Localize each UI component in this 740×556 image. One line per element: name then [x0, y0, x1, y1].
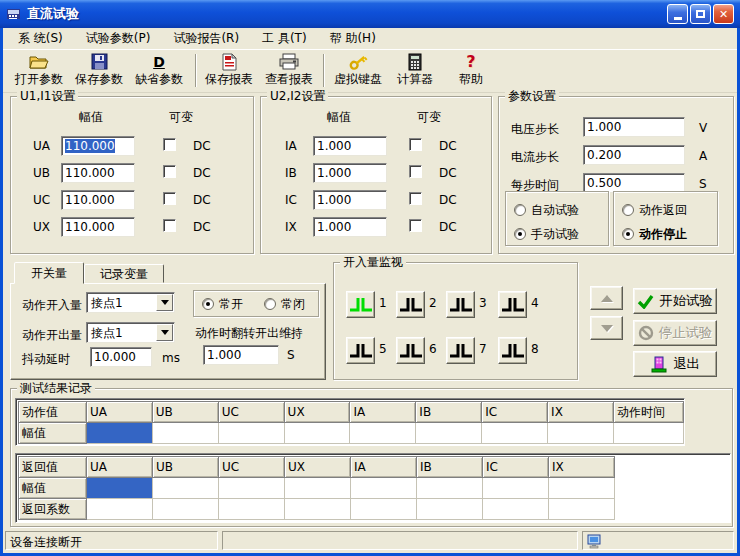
cell[interactable]: [351, 499, 417, 520]
action-return-radio[interactable]: 动作返回: [622, 202, 687, 219]
save-report-button[interactable]: 保存报表: [199, 52, 259, 91]
calculator-button[interactable]: 计算器: [387, 52, 443, 91]
help-button[interactable]: ? 帮助: [447, 52, 495, 91]
col-header[interactable]: IX: [549, 457, 615, 478]
uc-dc-checkbox[interactable]: [163, 192, 176, 205]
ix-dc-checkbox[interactable]: [409, 219, 422, 232]
ic-dc-checkbox[interactable]: [409, 192, 422, 205]
col-header[interactable]: UC: [219, 457, 285, 478]
cell[interactable]: [351, 478, 417, 499]
col-header[interactable]: UA: [86, 402, 152, 423]
contact-button-5[interactable]: [346, 337, 375, 364]
cell[interactable]: [416, 423, 482, 444]
view-report-button[interactable]: 查看报表: [259, 52, 319, 91]
voltage-step-input[interactable]: [583, 117, 685, 137]
close-button[interactable]: ✕: [713, 4, 734, 24]
cell-selected[interactable]: [87, 478, 153, 499]
auto-test-radio[interactable]: 自动试验: [514, 202, 579, 219]
col-header[interactable]: IB: [416, 402, 482, 423]
col-header[interactable]: IC: [483, 457, 549, 478]
normally-closed-radio[interactable]: 常闭: [264, 296, 305, 313]
col-header[interactable]: IC: [482, 402, 548, 423]
ua-dc-checkbox[interactable]: [163, 138, 176, 151]
cell[interactable]: [350, 423, 416, 444]
contact-button-7[interactable]: [446, 337, 475, 364]
tab-record-vars[interactable]: 记录变量: [84, 264, 164, 283]
row-header[interactable]: 幅值: [19, 423, 87, 444]
manual-test-radio[interactable]: 手动试验: [514, 226, 579, 243]
cell[interactable]: [153, 478, 219, 499]
cell[interactable]: [285, 499, 351, 520]
save-params-button[interactable]: 保存参数: [69, 52, 129, 91]
default-params-button[interactable]: D 缺省参数: [129, 52, 189, 91]
tab-switch[interactable]: 开关量: [14, 262, 84, 284]
cell[interactable]: [284, 423, 350, 444]
contact-button-4[interactable]: [498, 291, 527, 318]
col-header[interactable]: UC: [218, 402, 284, 423]
step-up-button[interactable]: [590, 286, 623, 310]
exit-button[interactable]: 退出: [633, 351, 717, 377]
col-header[interactable]: UX: [285, 457, 351, 478]
cell[interactable]: [482, 423, 548, 444]
col-header[interactable]: UB: [152, 402, 218, 423]
menu-tools[interactable]: 工 具(T): [253, 28, 316, 49]
chevron-down-icon[interactable]: [156, 324, 173, 341]
cell[interactable]: [549, 478, 615, 499]
cell[interactable]: [483, 478, 549, 499]
cell[interactable]: [417, 499, 483, 520]
contact-button-6[interactable]: [396, 337, 425, 364]
col-header[interactable]: 动作时间: [613, 402, 683, 423]
cell[interactable]: [483, 499, 549, 520]
step-down-button[interactable]: [590, 316, 623, 340]
action-input-combo[interactable]: 接点1: [86, 292, 175, 313]
uc-input[interactable]: [61, 190, 135, 210]
ix-input[interactable]: [313, 217, 387, 237]
normally-open-radio[interactable]: 常开: [202, 296, 243, 313]
current-step-input[interactable]: [583, 145, 685, 165]
chevron-down-icon[interactable]: [156, 294, 173, 311]
col-header[interactable]: IX: [548, 402, 614, 423]
hold-input[interactable]: [203, 345, 279, 365]
action-output-combo[interactable]: 接点1: [86, 322, 175, 343]
row-header[interactable]: 幅值: [19, 478, 87, 499]
step-time-input[interactable]: [583, 173, 685, 193]
debounce-input[interactable]: [90, 347, 152, 367]
col-header[interactable]: IB: [417, 457, 483, 478]
col-header[interactable]: IA: [350, 402, 416, 423]
cell[interactable]: [285, 478, 351, 499]
menu-test-params[interactable]: 试验参数(P): [77, 28, 160, 49]
ia-input[interactable]: [313, 136, 387, 156]
menu-system[interactable]: 系 统(S): [9, 28, 72, 49]
cell[interactable]: [548, 423, 614, 444]
ib-input[interactable]: [313, 163, 387, 183]
cell[interactable]: [219, 478, 285, 499]
row-header[interactable]: 返回系数: [19, 499, 87, 520]
open-params-button[interactable]: 打开参数: [9, 52, 69, 91]
ib-dc-checkbox[interactable]: [409, 165, 422, 178]
contact-button-3[interactable]: [446, 291, 475, 318]
col-header[interactable]: 动作值: [19, 402, 87, 423]
contact-button-2[interactable]: [396, 291, 425, 318]
ux-input[interactable]: [61, 217, 135, 237]
col-header[interactable]: UB: [153, 457, 219, 478]
action-stop-radio[interactable]: 动作停止: [622, 226, 687, 243]
col-header[interactable]: UA: [87, 457, 153, 478]
cell[interactable]: [417, 478, 483, 499]
col-header[interactable]: IA: [351, 457, 417, 478]
cell[interactable]: [152, 423, 218, 444]
col-header[interactable]: UX: [284, 402, 350, 423]
cell[interactable]: [218, 423, 284, 444]
cell[interactable]: [219, 499, 285, 520]
stop-test-button[interactable]: 停止试验: [633, 320, 717, 346]
ia-dc-checkbox[interactable]: [409, 138, 422, 151]
start-test-button[interactable]: 开始试验: [633, 288, 717, 314]
cell[interactable]: [153, 499, 219, 520]
contact-button-1[interactable]: [346, 291, 375, 318]
ub-dc-checkbox[interactable]: [163, 165, 176, 178]
col-header[interactable]: 返回值: [19, 457, 87, 478]
contact-button-8[interactable]: [498, 337, 527, 364]
cell[interactable]: [549, 499, 615, 520]
virtual-keyboard-button[interactable]: 虚拟键盘: [329, 52, 387, 91]
ub-input[interactable]: [61, 163, 135, 183]
cell[interactable]: [613, 423, 683, 444]
